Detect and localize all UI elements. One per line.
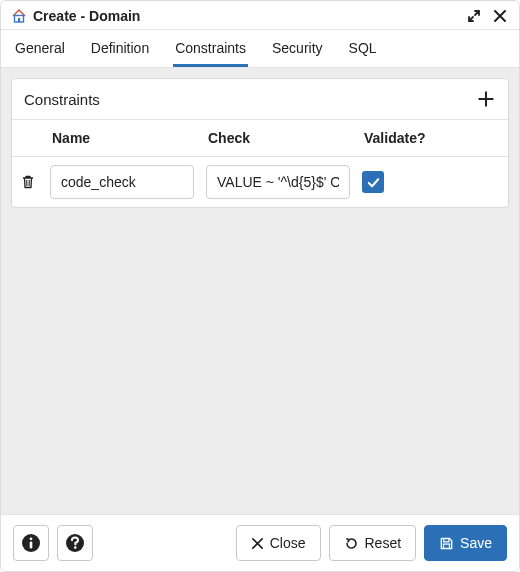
tabs: General Definition Constraints Security …: [1, 30, 519, 68]
help-icon: [65, 533, 85, 553]
tab-label: Constraints: [175, 40, 246, 56]
expand-icon[interactable]: [465, 7, 483, 25]
tab-label: Definition: [91, 40, 149, 56]
column-headers: Name Check Validate?: [12, 120, 508, 157]
cell-validate: [356, 171, 508, 193]
window-title: Create - Domain: [33, 8, 457, 24]
panel-title: Constraints: [24, 91, 476, 108]
col-validate-header: Validate?: [356, 120, 508, 156]
col-check-header: Check: [200, 120, 356, 156]
tab-constraints[interactable]: Constraints: [173, 30, 248, 67]
reset-button-label: Reset: [365, 535, 402, 551]
cell-name: [44, 165, 200, 199]
tab-security[interactable]: Security: [270, 30, 325, 67]
save-floppy-icon: [439, 536, 454, 551]
close-icon[interactable]: [491, 7, 509, 25]
save-button[interactable]: Save: [424, 525, 507, 561]
close-button-label: Close: [270, 535, 306, 551]
dialog-body: Constraints Name Check Validate?: [1, 68, 519, 514]
delete-row-button[interactable]: [12, 174, 44, 190]
checkmark-icon: [366, 175, 381, 190]
tab-general[interactable]: General: [13, 30, 67, 67]
close-button[interactable]: Close: [236, 525, 321, 561]
help-button[interactable]: [57, 525, 93, 561]
dialog-footer: Close Reset Save: [1, 514, 519, 571]
svg-rect-8: [444, 544, 450, 548]
save-button-label: Save: [460, 535, 492, 551]
tab-definition[interactable]: Definition: [89, 30, 151, 67]
check-input[interactable]: [206, 165, 350, 199]
col-name-header: Name: [44, 120, 200, 156]
tab-sql[interactable]: SQL: [347, 30, 379, 67]
panel-header: Constraints: [12, 79, 508, 120]
validate-checkbox[interactable]: [362, 171, 384, 193]
name-input[interactable]: [50, 165, 194, 199]
svg-point-6: [74, 546, 77, 549]
tab-label: Security: [272, 40, 323, 56]
svg-rect-4: [30, 541, 33, 548]
svg-rect-7: [444, 538, 449, 541]
table-row: [12, 157, 508, 207]
x-icon: [251, 537, 264, 550]
add-row-button[interactable]: [476, 89, 496, 109]
constraints-panel: Constraints Name Check Validate?: [11, 78, 509, 208]
home-icon: [11, 8, 27, 24]
svg-rect-1: [18, 18, 20, 22]
info-button[interactable]: [13, 525, 49, 561]
title-bar: Create - Domain: [1, 1, 519, 30]
tab-label: SQL: [349, 40, 377, 56]
svg-point-3: [30, 537, 33, 540]
refresh-icon: [344, 536, 359, 551]
tab-label: General: [15, 40, 65, 56]
reset-button[interactable]: Reset: [329, 525, 417, 561]
info-icon: [21, 533, 41, 553]
cell-check: [200, 165, 356, 199]
